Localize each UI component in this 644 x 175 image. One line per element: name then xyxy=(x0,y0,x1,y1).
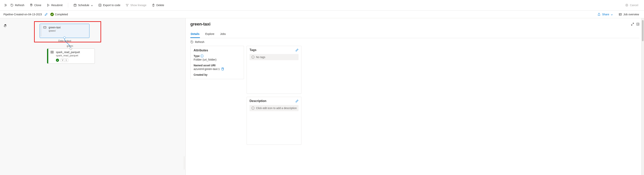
svg-line-9 xyxy=(126,5,127,6)
svg-line-24 xyxy=(633,23,634,24)
export-button[interactable]: Export to code xyxy=(96,3,122,8)
canvas-area[interactable]: green-taxi qreen/ Data output green spar… xyxy=(0,18,186,175)
clone-button[interactable]: Clone xyxy=(28,3,43,8)
svg-rect-27 xyxy=(222,68,224,70)
refresh-button[interactable]: Refresh xyxy=(8,3,26,8)
type-value: Folder (uri_folder) xyxy=(194,58,241,61)
node-subtitle: spark_read_parquet xyxy=(56,54,80,57)
details-title: green-taxi xyxy=(190,22,210,27)
copy-icon[interactable] xyxy=(221,67,224,71)
overview-button[interactable]: Job overview xyxy=(617,12,640,17)
uri-value: azureml:green-taxi:1 xyxy=(194,67,220,71)
export-label: Export to code xyxy=(103,4,120,7)
lineage-icon xyxy=(126,4,129,7)
status-text: Completed xyxy=(55,13,68,16)
expand-icon[interactable] xyxy=(4,4,7,7)
node-subtitle: qreen/ xyxy=(49,29,60,32)
refresh-icon xyxy=(10,4,14,7)
tab-explore[interactable]: Explore xyxy=(205,31,215,38)
description-heading: Description xyxy=(250,99,266,103)
edit-name-icon[interactable] xyxy=(44,13,48,16)
share-icon xyxy=(598,13,600,16)
share-label: Share xyxy=(602,13,609,16)
tags-heading: Tags xyxy=(250,48,256,52)
delete-label: Delete xyxy=(156,4,164,7)
schedule-button[interactable]: Schedule xyxy=(72,3,95,8)
version-badge: V|1 xyxy=(60,59,68,62)
node-spark-read-parquet[interactable]: spark_read_parquet spark_read_parquet V|… xyxy=(47,49,95,64)
edge-label: green xyxy=(67,45,73,47)
attributes-heading: Attributes xyxy=(194,49,208,52)
svg-line-25 xyxy=(631,24,632,25)
popout-icon[interactable] xyxy=(636,23,640,26)
data-icon xyxy=(43,26,47,29)
resubmit-button[interactable]: Resubmit xyxy=(45,3,64,8)
overview-icon xyxy=(619,13,622,16)
svg-rect-19 xyxy=(51,51,54,53)
resize-handle[interactable] xyxy=(184,156,186,170)
svg-rect-14 xyxy=(619,14,622,15)
pipeline-name: Pipeline-Created-on-04-13-2023 xyxy=(4,13,42,16)
check-icon xyxy=(56,59,59,62)
svg-line-10 xyxy=(127,5,128,6)
attributes-card: Attributes Type i Folder (uri_folder) Na… xyxy=(190,46,244,79)
scrollbar-thumb[interactable] xyxy=(642,20,644,41)
description-card: Description i Click edit icon to add a d… xyxy=(247,97,302,145)
edit-description-icon[interactable] xyxy=(296,99,298,103)
status-badge: Completed xyxy=(50,13,68,16)
node-green-taxi[interactable]: green-taxi qreen/ xyxy=(40,24,90,38)
main: green-taxi qreen/ Data output green spar… xyxy=(0,18,644,175)
command-bar: Refresh Clone Resubmit Schedule Export t… xyxy=(0,0,644,11)
check-icon xyxy=(50,13,54,16)
tabbar: Details Explore Jobs xyxy=(190,31,640,38)
info-icon: i xyxy=(252,56,254,59)
createdby-label: Created by xyxy=(194,73,208,76)
scrollbar[interactable] xyxy=(641,18,644,175)
tab-details[interactable]: Details xyxy=(190,31,200,38)
details-panel: green-taxi Details Explore Jobs Refresh xyxy=(186,18,644,175)
resubmit-label: Resubmit xyxy=(51,4,62,7)
schedule-label: Schedule xyxy=(78,4,89,7)
refresh-details-button[interactable]: Refresh xyxy=(190,38,640,46)
share-button[interactable]: Share xyxy=(596,12,614,17)
status-strip xyxy=(47,49,48,63)
info-icon[interactable]: i xyxy=(200,54,204,58)
refresh-icon xyxy=(190,41,194,44)
schedule-icon xyxy=(74,4,76,7)
svg-point-7 xyxy=(128,4,128,5)
svg-rect-17 xyxy=(44,27,46,28)
tab-jobs[interactable]: Jobs xyxy=(220,31,226,38)
lineage-button: Show lineage xyxy=(124,3,148,8)
export-icon xyxy=(98,4,102,7)
delete-button[interactable]: Delete xyxy=(150,3,166,8)
clone-icon xyxy=(30,4,33,7)
overview-label: Job overview xyxy=(623,13,639,16)
clone-label: Clone xyxy=(34,4,41,7)
cancel-button: Cancel xyxy=(623,3,640,8)
chevron-down-icon xyxy=(611,13,613,16)
hand-tool-icon[interactable] xyxy=(4,24,7,27)
lineage-label: Show lineage xyxy=(130,4,146,7)
input-port[interactable] xyxy=(70,48,72,50)
edit-tags-icon[interactable] xyxy=(296,49,298,52)
table-icon xyxy=(50,51,54,54)
refresh-label: Refresh xyxy=(15,4,24,7)
drag-handle[interactable] xyxy=(40,25,41,37)
info-icon: i xyxy=(252,107,254,110)
trash-icon xyxy=(152,4,155,7)
svg-point-8 xyxy=(127,6,128,6)
cancel-icon xyxy=(625,4,628,7)
refresh-label: Refresh xyxy=(195,41,204,44)
svg-point-6 xyxy=(126,4,127,5)
svg-rect-0 xyxy=(30,5,32,6)
node-title: green-taxi xyxy=(49,26,60,29)
uri-label: Named asset URI xyxy=(194,64,216,67)
cancel-label: Cancel xyxy=(630,4,638,7)
tags-card: Tags i No tags xyxy=(247,46,302,94)
tags-empty-state: i No tags xyxy=(250,54,298,60)
type-label: Type xyxy=(194,54,200,58)
divider xyxy=(68,3,68,8)
play-icon xyxy=(47,4,50,7)
chevron-down-icon xyxy=(91,4,93,6)
expand-full-icon[interactable] xyxy=(631,23,634,26)
